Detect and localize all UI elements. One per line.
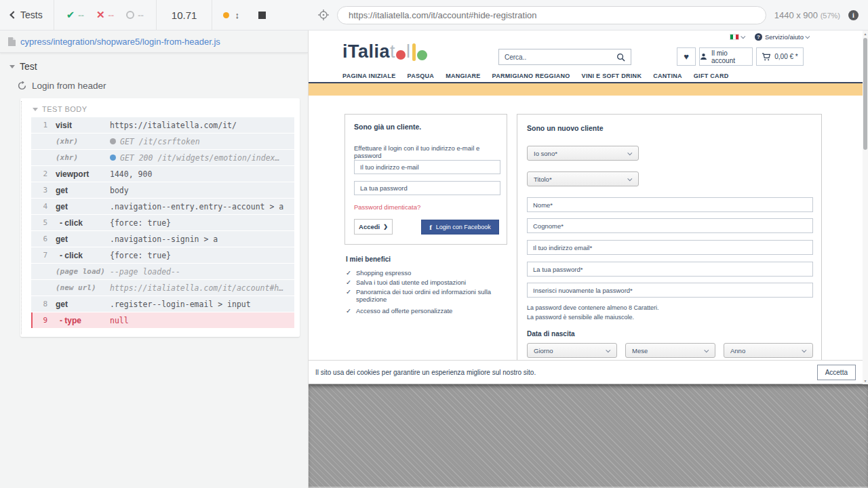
viewport-size[interactable]: 1440 x 900 (57%) <box>774 10 840 20</box>
password-hint-1: La password deve contenere almeno 8 Cara… <box>527 304 659 311</box>
login-email-input[interactable]: Il tuo indirizzo e-mail <box>354 160 500 174</box>
dob-label: Data di nascita <box>527 330 575 338</box>
check-icon: ✔ <box>66 9 75 21</box>
command-row-visit[interactable]: 1 visit https://italiatella.com/it/ <box>31 117 294 133</box>
suite-header[interactable]: Test <box>0 53 308 76</box>
scroll-up-icon[interactable]: ▲ <box>863 32 868 36</box>
year-select[interactable]: Anno <box>724 343 813 358</box>
status-dot-icon <box>223 12 229 18</box>
benefit-item: ✓ Panoramica dei tuoi ordini ed informaz… <box>346 288 512 303</box>
command-row-get[interactable]: 3 get body <box>31 182 294 198</box>
command-row-page-load[interactable]: (page load) --page loaded-- <box>31 264 294 279</box>
test-stats: ✔ -- ✕ -- -- <box>54 0 156 30</box>
command-row-xhr[interactable]: (xhr) GET /it/csrftoken <box>31 134 294 149</box>
login-submit-button[interactable]: Accedi ❯ <box>354 219 393 235</box>
stop-button[interactable] <box>258 12 266 19</box>
account-label: Il mio account <box>711 49 752 64</box>
command-row-get[interactable]: 4 get .navigation--entry.entry--account … <box>31 199 294 214</box>
viewport-scale-icon: ↕ <box>235 10 239 20</box>
month-select[interactable]: Mese <box>625 343 715 358</box>
test-title: Login from header <box>32 81 106 91</box>
nav-item-pasqua[interactable]: PASQUA <box>408 73 435 79</box>
tomato-icon: e <box>396 50 406 60</box>
nav-item-vini[interactable]: VINI E SOFT DRINK <box>582 73 642 79</box>
refresh-icon <box>18 81 26 90</box>
top-toolbar: Tests ✔ -- ✕ -- -- 10.71 ↕ <box>0 0 868 30</box>
account-button[interactable]: Il mio account <box>699 47 753 66</box>
shop-logo[interactable]: iTaliatella <box>342 41 427 62</box>
caret-down-icon <box>33 108 38 111</box>
iam-select[interactable]: Io sono* <box>527 146 639 161</box>
auto-scroll-toggle[interactable]: ↕ <box>212 10 250 20</box>
xhr-success-dot-icon <box>110 155 116 161</box>
command-row-type-failed[interactable]: 9 - type null <box>31 312 294 328</box>
check-icon: ✓ <box>346 269 351 277</box>
scrollbar-thumb[interactable] <box>863 38 867 150</box>
cookie-accept-button[interactable]: Accetta <box>817 365 856 380</box>
day-select[interactable]: Giorno <box>527 343 617 358</box>
register-password-input[interactable]: La tua password* <box>527 262 813 277</box>
app-scrollbar[interactable]: ▲ ▼ <box>863 30 868 384</box>
register-card: Sono un nuovo cliente Io sono* Titolo* N… <box>517 114 822 366</box>
register-password-confirm-input[interactable]: Inserisci nuovamente la password* <box>527 283 813 298</box>
search-input[interactable]: Cerca.. <box>498 49 631 65</box>
title-select[interactable]: Titolo* <box>527 171 639 186</box>
language-selector[interactable] <box>730 34 745 40</box>
pending-count: -- <box>138 10 144 20</box>
facebook-icon: f <box>429 223 432 231</box>
command-row-viewport[interactable]: 2 viewport 1440, 900 <box>31 166 294 182</box>
spec-bar: cypress/integration/shopware5/login-from… <box>0 30 308 53</box>
scroll-down-icon[interactable]: ▼ <box>863 379 868 383</box>
test-body-toggle[interactable]: TEST BODY <box>26 102 294 117</box>
aut-url: https://italiatella.com/it/account#hide-… <box>349 10 536 20</box>
nav-item-mangiare[interactable]: MANGIARE <box>446 73 480 79</box>
command-row-click[interactable]: 7 - click {force: true} <box>31 247 294 263</box>
service-label: Servizio/aiuto <box>765 33 804 41</box>
command-row-get[interactable]: 6 get .navigation--signin > a <box>31 231 294 247</box>
nav-item-cantina[interactable]: CANTINA <box>653 73 682 79</box>
language-flag-icon <box>730 34 739 40</box>
nav-item-home[interactable]: PAGINA INIZIALE <box>342 73 396 79</box>
tests-label: Tests <box>20 9 43 20</box>
wishlist-button[interactable]: ♥ <box>677 47 696 66</box>
command-row-xhr[interactable]: (xhr) GET 200 /it/widgets/emotion/index… <box>31 150 294 165</box>
test-body-label: TEST BODY <box>42 105 87 113</box>
firstname-input[interactable]: Nome* <box>527 197 813 212</box>
nav-item-parmigiano[interactable]: PARMIGIANO REGGIANO <box>492 73 570 79</box>
chevron-down-icon <box>741 34 745 39</box>
chevron-left-icon <box>9 11 17 18</box>
check-icon: ✓ <box>346 307 351 314</box>
benefit-item: ✓ Shopping espresso <box>346 269 512 277</box>
benefit-item: ✓ Salva i tuoi dati utente ed impostazio… <box>346 279 512 286</box>
selector-playground-icon[interactable] <box>318 9 329 20</box>
search-icon <box>616 53 625 62</box>
passed-count: -- <box>78 10 84 20</box>
register-email-input[interactable]: Il tuo indirizzo email* <box>527 240 813 255</box>
cart-total: 0,00 € * <box>774 53 797 60</box>
test-header[interactable]: Login from header <box>0 76 308 96</box>
heart-icon: ♥ <box>684 52 689 62</box>
facebook-login-button[interactable]: f Login con Facebook <box>421 220 499 235</box>
command-row-get[interactable]: 8 get .register--login-email > input <box>31 296 294 312</box>
promo-banner <box>309 83 863 96</box>
shop-topline: ? Servizio/aiuto <box>730 33 810 41</box>
test-attempt: TEST BODY 1 visit https://italiatella.co… <box>20 98 300 337</box>
info-icon[interactable]: i <box>848 10 859 20</box>
command-row-new-url[interactable]: (new url) https://italiatella.com/it/acc… <box>31 280 294 296</box>
command-row-click[interactable]: 5 - click {force: true} <box>31 215 294 230</box>
login-title: Sono già un cliente. <box>354 123 421 131</box>
arrow-right-icon: ❯ <box>383 224 388 230</box>
service-menu[interactable]: ? Servizio/aiuto <box>755 33 810 41</box>
failed-count: -- <box>108 10 115 20</box>
login-password-input[interactable]: La tua password <box>354 181 500 195</box>
nav-item-giftcard[interactable]: GIFT CARD <box>694 73 729 79</box>
pending-stat: -- <box>126 10 144 20</box>
lastname-input[interactable]: Cognome* <box>527 218 813 233</box>
login-subtitle: Effettuare il login con il tuo indirizzo… <box>354 144 501 159</box>
spec-path-link[interactable]: cypress/integration/shopware5/login-from… <box>20 37 220 47</box>
forgot-password-link[interactable]: Password dimenticata? <box>354 203 420 211</box>
cart-button[interactable]: 0,00 € * <box>756 47 804 66</box>
url-bar[interactable]: https://italiatella.com/it/account#hide-… <box>337 6 766 24</box>
back-to-tests-button[interactable]: Tests <box>0 0 54 30</box>
check-icon: ✓ <box>346 279 351 286</box>
